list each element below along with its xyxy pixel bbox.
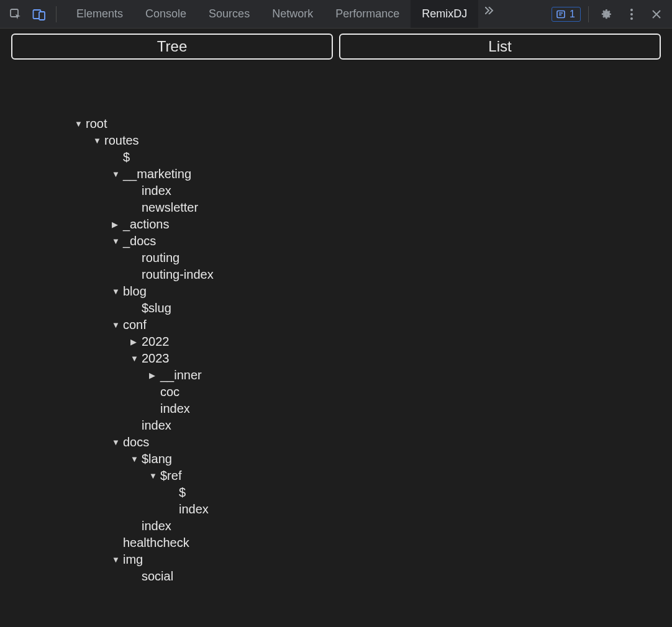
panel-body: Tree List ▼root▼routes$▼__marketingindex… xyxy=(0,29,672,585)
svg-point-8 xyxy=(630,17,633,20)
caret-down-icon[interactable]: ▼ xyxy=(130,350,138,367)
more-tabs-icon[interactable] xyxy=(478,0,503,21)
tree-node[interactable]: $ xyxy=(123,149,661,166)
tree-node-label: social xyxy=(142,569,173,583)
tree-node[interactable]: ▼blog$slug xyxy=(123,283,661,317)
tree-node[interactable]: ▼_docsroutingrouting-index xyxy=(123,233,661,283)
tree-node-label: newsletter xyxy=(142,201,198,214)
devtools-toolbar: Elements Console Sources Network Perform… xyxy=(0,0,672,29)
svg-point-6 xyxy=(630,9,633,11)
tree-node-label: __marketing xyxy=(123,167,191,181)
tree-node-label: index xyxy=(142,418,171,432)
tree-node[interactable]: ▶_actions xyxy=(123,216,661,233)
tree-node-label: index xyxy=(179,502,209,516)
tree-node[interactable]: ▶2022 xyxy=(142,333,661,350)
tree-node-label: _actions xyxy=(123,217,170,231)
tree-node[interactable]: ▼__marketingindexnewsletter xyxy=(123,166,661,216)
svg-rect-3 xyxy=(557,11,565,17)
tree-node[interactable]: ▼$ref$index xyxy=(160,467,661,518)
tree-node-label: conf xyxy=(123,318,147,332)
tab-elements[interactable]: Elements xyxy=(65,0,134,28)
tree-node[interactable]: $slug xyxy=(142,300,661,317)
settings-icon[interactable] xyxy=(596,4,617,25)
tree-node[interactable]: newsletter xyxy=(142,199,661,216)
tree-node-label: coc xyxy=(160,385,179,399)
tree-node[interactable]: index xyxy=(160,400,661,417)
toolbar-left-icons xyxy=(0,4,65,25)
view-toggle: Tree List xyxy=(11,34,661,60)
caret-down-icon[interactable]: ▼ xyxy=(112,233,120,250)
tree-node-label: index xyxy=(160,402,190,415)
caret-down-icon[interactable]: ▼ xyxy=(112,551,120,568)
caret-down-icon[interactable]: ▼ xyxy=(112,283,120,300)
tree-node[interactable]: index xyxy=(142,183,661,199)
toolbar-divider xyxy=(588,6,589,22)
tree-node[interactable]: social xyxy=(142,568,661,585)
inspect-element-icon[interactable] xyxy=(5,4,26,25)
tree-node-label: $slug xyxy=(142,301,171,315)
kebab-menu-icon[interactable] xyxy=(621,4,642,25)
tree-node-label: root xyxy=(86,117,107,130)
tree-node-label: $lang xyxy=(142,452,172,466)
route-tree: ▼root▼routes$▼__marketingindexnewsletter… xyxy=(11,60,661,585)
caret-down-icon[interactable]: ▼ xyxy=(93,132,101,149)
close-icon[interactable] xyxy=(646,4,667,25)
device-toolbar-icon[interactable] xyxy=(29,4,50,25)
tree-node-label: $ xyxy=(123,150,130,164)
view-list-button[interactable]: List xyxy=(339,34,661,60)
tree-node[interactable]: ▼routes$▼__marketingindexnewsletter▶_act… xyxy=(104,132,661,585)
tree-node[interactable]: routing xyxy=(142,250,661,266)
tab-console[interactable]: Console xyxy=(134,0,198,28)
tree-node-label: routing-index xyxy=(142,268,214,281)
issues-badge[interactable]: 1 xyxy=(552,7,581,22)
issues-count: 1 xyxy=(570,9,575,20)
svg-point-7 xyxy=(630,13,633,16)
tree-node[interactable]: ▼imgsocial xyxy=(123,551,661,585)
view-tree-button[interactable]: Tree xyxy=(11,34,333,60)
tree-node[interactable]: ▼root▼routes$▼__marketingindexnewsletter… xyxy=(86,115,661,585)
tree-node-label: routing xyxy=(142,251,179,264)
tree-node-label: 2023 xyxy=(142,351,170,365)
tree-node[interactable]: ▼docs▼$lang▼$ref$indexindex xyxy=(123,434,661,535)
tree-node-label: $ xyxy=(179,485,186,499)
caret-down-icon[interactable]: ▼ xyxy=(112,434,120,451)
tree-node-label: healthcheck xyxy=(123,536,189,549)
caret-down-icon[interactable]: ▼ xyxy=(112,317,120,333)
tree-node[interactable]: ▶__inner xyxy=(160,367,661,384)
tree-node-label: 2022 xyxy=(142,335,170,348)
caret-down-icon[interactable]: ▼ xyxy=(130,451,138,467)
tree-node[interactable]: index xyxy=(142,417,661,434)
tree-node-label: _docs xyxy=(123,234,156,248)
tab-performance[interactable]: Performance xyxy=(324,0,411,28)
tree-node[interactable]: $ xyxy=(179,484,661,501)
tab-sources[interactable]: Sources xyxy=(198,0,261,28)
tree-node[interactable]: ▼$lang▼$ref$index xyxy=(142,451,661,518)
devtools-tabs: Elements Console Sources Network Perform… xyxy=(65,0,503,28)
caret-right-icon[interactable]: ▶ xyxy=(112,216,118,233)
tree-node-label: docs xyxy=(123,435,149,449)
tree-node-label: index xyxy=(142,519,171,533)
caret-right-icon[interactable]: ▶ xyxy=(149,367,155,384)
caret-right-icon[interactable]: ▶ xyxy=(130,333,137,350)
tree-node[interactable]: index xyxy=(142,518,661,535)
tree-node[interactable]: index xyxy=(179,501,661,518)
tree-node-label: img xyxy=(123,553,143,566)
caret-down-icon[interactable]: ▼ xyxy=(112,166,120,183)
tree-node[interactable]: ▼conf▶2022▼2023▶__innercocindexindex xyxy=(123,317,661,434)
tab-remixdj[interactable]: RemixDJ xyxy=(411,0,478,28)
tree-node-label: routes xyxy=(104,133,139,147)
toolbar-divider xyxy=(56,6,57,22)
caret-down-icon[interactable]: ▼ xyxy=(75,115,83,132)
tree-node-label: __inner xyxy=(160,368,202,382)
caret-down-icon[interactable]: ▼ xyxy=(149,467,157,484)
tree-node[interactable]: ▼2023▶__innercocindex xyxy=(142,350,661,417)
tree-node-label: index xyxy=(142,184,171,197)
tree-node[interactable]: coc xyxy=(160,384,661,400)
tree-node[interactable]: routing-index xyxy=(142,266,661,283)
tree-node-label: $ref xyxy=(160,469,181,482)
tree-node-label: blog xyxy=(123,284,147,298)
tab-network[interactable]: Network xyxy=(261,0,324,28)
toolbar-right-icons: 1 xyxy=(547,4,672,25)
svg-rect-2 xyxy=(39,12,45,20)
tree-node[interactable]: healthcheck xyxy=(123,535,661,551)
